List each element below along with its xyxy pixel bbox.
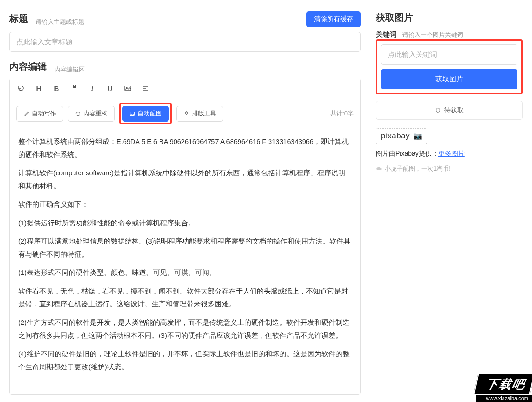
provider-text: 图片由Pixabay提供：更多图片 bbox=[376, 150, 523, 158]
bold-icon[interactable]: B bbox=[52, 84, 61, 93]
tool-icon bbox=[183, 111, 189, 117]
keyword-input[interactable] bbox=[381, 44, 517, 65]
keyword-label: 关键词 bbox=[376, 30, 397, 39]
highlight-keyword-box: 获取图片 bbox=[376, 39, 523, 94]
editor-container: H B ❝ I U 自动写作 内容重构 bbox=[9, 79, 361, 395]
pencil-icon bbox=[23, 111, 29, 117]
paragraph: (2)程序可以满意地处理信息的数据结构。(3)说明程序功能要求和程序需要的文档的… bbox=[18, 235, 352, 261]
fetch-image-button[interactable]: 获取图片 bbox=[381, 69, 517, 89]
clear-cache-button[interactable]: 清除所有缓存 bbox=[306, 11, 361, 27]
paragraph: 软件的正确含义如下： bbox=[18, 198, 352, 211]
format-toolbar: H B ❝ I U bbox=[10, 79, 360, 98]
underline-icon[interactable]: U bbox=[105, 84, 115, 93]
title-header: 标题 请输入主题或标题 清除所有缓存 bbox=[9, 11, 361, 27]
word-count: 共计:0字 bbox=[330, 109, 354, 118]
paragraph: 计算机软件(computer software)是指计算机系统中除硬件以外的所有… bbox=[18, 167, 352, 193]
heading-icon[interactable]: H bbox=[34, 84, 44, 93]
paragraph: (1)提供运行时所需功能和性能的命令或计算机程序集合。 bbox=[18, 217, 352, 230]
paragraph: (4)维护不同的硬件是旧的，理论上软件是旧的，并不坏，但实际上软件也是旧的和坏的… bbox=[18, 348, 352, 373]
paragraph: 整个计算机系统由两部分组成：E.69DA 5 E 6 BA 9062616964… bbox=[18, 136, 352, 161]
align-icon[interactable] bbox=[141, 84, 150, 93]
tip-text: 小虎子配图，一次1淘币! bbox=[376, 165, 523, 173]
title-label: 标题 bbox=[9, 14, 28, 24]
refresh-icon bbox=[75, 111, 81, 117]
undo-icon[interactable] bbox=[16, 84, 26, 93]
watermark-url: www.xiazaiba.com bbox=[476, 395, 532, 402]
camera-icon: 📷 bbox=[411, 132, 422, 140]
auto-write-button[interactable]: 自动写作 bbox=[16, 106, 63, 122]
paragraph: 软件看不见，无色，枯燥，看不见，摸不到，闻不到。软件大部分存在于人们的头脑或纸上… bbox=[18, 285, 352, 311]
title-hint: 请输入主题或标题 bbox=[34, 18, 84, 26]
paragraph: (1)表达形式不同的硬件类型、颜色、味道、可见、可摸、可闻。 bbox=[18, 266, 352, 280]
highlight-auto-image: 自动配图 bbox=[119, 103, 172, 124]
pending-status[interactable]: 待获取 bbox=[376, 101, 523, 120]
layout-tool-button[interactable]: 排版工具 bbox=[176, 106, 223, 122]
watermark: 下载吧 www.xiazaiba.com bbox=[476, 373, 532, 402]
title-input[interactable] bbox=[9, 32, 361, 52]
keyword-header: 关键词 请输入一个图片关键词 bbox=[376, 30, 523, 39]
content-label: 内容编辑 bbox=[9, 61, 47, 72]
paragraph: (2)生产方式不同的软件是开发，是人类智能的高发挥，而不是传统意义上的硬件制造。… bbox=[18, 316, 352, 342]
auto-image-button[interactable]: 自动配图 bbox=[122, 106, 169, 122]
picture-icon bbox=[129, 111, 135, 117]
watermark-logo: 下载吧 bbox=[474, 373, 532, 395]
italic-icon[interactable]: I bbox=[87, 84, 97, 93]
pixabay-logo: pixabay 📷 bbox=[376, 128, 427, 144]
cloud-icon bbox=[376, 165, 382, 172]
image-panel-header: 获取图片 bbox=[376, 11, 523, 24]
restructure-button[interactable]: 内容重构 bbox=[68, 106, 115, 122]
svg-point-15 bbox=[436, 108, 440, 113]
more-images-link[interactable]: 更多图片 bbox=[438, 150, 465, 157]
content-header: 内容编辑 内容编辑区 bbox=[9, 60, 361, 74]
quote-icon[interactable]: ❝ bbox=[70, 84, 79, 93]
keyword-hint: 请输入一个图片关键词 bbox=[401, 31, 463, 39]
image-icon[interactable] bbox=[123, 84, 132, 93]
content-hint: 内容编辑区 bbox=[52, 65, 85, 74]
circle-icon bbox=[435, 107, 441, 114]
svg-rect-11 bbox=[130, 112, 135, 115]
image-panel-title: 获取图片 bbox=[376, 11, 413, 24]
action-toolbar: 自动写作 内容重构 自动配图 排版工具 共计:0字 bbox=[10, 98, 360, 129]
editor-content[interactable]: 整个计算机系统由两部分组成：E.69DA 5 E 6 BA 9062616964… bbox=[10, 129, 360, 394]
